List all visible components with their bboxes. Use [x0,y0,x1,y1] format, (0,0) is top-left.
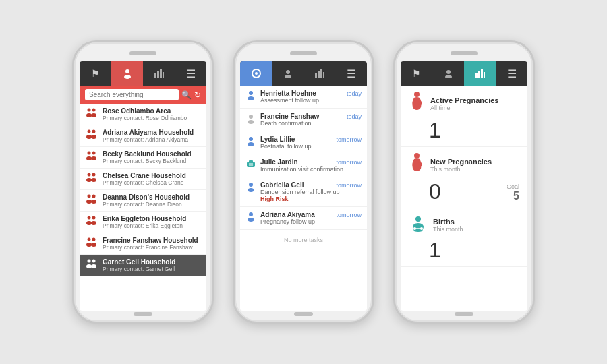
contact-item[interactable]: Rose Odhiambo Area Primary contact: Rose… [80,104,206,125]
contact-name: Deanna Dison's Household [103,193,201,201]
task-body: Julie Jardin tomorrow Immunization visit… [260,158,362,173]
stat-value-row: 0 Goal 5 [409,181,519,202]
household-icon [85,215,98,229]
svg-point-26 [88,216,91,220]
nav-tab-flag-3[interactable]: ⚑ [401,61,432,86]
nav-tab-flag-1[interactable]: ⚑ [80,61,111,86]
svg-point-29 [91,221,96,225]
svg-point-34 [88,260,91,263]
nav-tab-chart-2[interactable] [304,61,335,86]
contact-item[interactable]: Adriana Akiyama Household Primary contac… [80,125,206,147]
svg-point-35 [92,260,96,263]
nav-tab-menu-1[interactable]: ☰ [175,61,206,86]
svg-point-20 [86,178,92,182]
svg-point-68 [414,153,420,158]
task-desc: Pregnancy follow up [260,218,362,225]
contact-sub: Primary contact: Becky Backlund [103,158,201,164]
phone-1-nav: ⚑ ☰ [80,61,206,86]
household-icon [85,193,98,208]
stat-number: 1 [429,119,441,141]
contact-sub: Primary contact: Adriana Akiyama [103,136,201,143]
task-desc: Assessment follow up [260,97,362,104]
task-item[interactable]: Henrietta Hoehne today Assessment follow… [240,86,367,109]
svg-point-9 [91,113,96,117]
stat-title-block: New Pregnancies This month [430,158,492,173]
task-desc: Postnatal follow up [260,143,362,150]
stat-title: Active Pregnancies [430,96,499,104]
stat-title: Births [433,218,463,226]
svg-rect-4 [160,69,162,78]
contact-name: Francine Fanshaw Household [103,237,201,244]
contact-item[interactable]: Francine Fanshaw Household Primary conta… [80,233,206,255]
stat-block: New Pregnancies This month 0 Goal 5 [401,147,527,208]
stat-block: Births This month 1 [401,208,527,267]
contact-text: Becky Backlund Household Primary contact… [103,150,201,164]
stat-number: 0 [429,181,441,202]
task-item[interactable]: Lydia Lillie tomorrow Postnatal follow u… [240,131,367,154]
task-item[interactable]: Adriana Akiyama tomorrow Pregnancy follo… [240,207,367,230]
contact-item[interactable]: Deanna Dison's Household Primary contact… [80,190,206,212]
nav-tab-person-3[interactable] [432,61,464,86]
stat-goal-value: 5 [507,190,519,202]
search-icon[interactable]: 🔍 [181,90,192,100]
task-time: tomorrow [336,182,362,189]
contact-sub: Primary contact: Deanna Dison [103,201,201,208]
svg-rect-53 [249,160,253,162]
contact-item[interactable]: Chelsea Crane Household Primary contact:… [80,169,206,190]
contact-name: Erika Eggleton Household [103,215,201,222]
contact-item[interactable]: Becky Backlund Household Primary contact… [80,147,206,169]
nav-tab-person-2[interactable] [272,61,304,86]
stat-subtitle: This month [433,226,463,233]
svg-point-16 [86,156,92,160]
nav-tab-flag-2[interactable] [240,61,272,86]
svg-point-27 [92,216,96,220]
svg-point-14 [88,152,91,155]
nav-tab-menu-3[interactable]: ☰ [496,61,527,86]
tasks-list: Henrietta Hoehne today Assessment follow… [240,86,367,311]
phone-2-screen: ☰ Henrietta Hoehne today Assessment foll… [240,61,367,311]
svg-point-18 [88,173,91,177]
search-input[interactable] [85,89,179,100]
task-time: today [347,113,362,120]
task-time: tomorrow [336,136,362,143]
svg-rect-42 [315,73,317,78]
phone-2: ☰ Henrietta Hoehne today Assessment foll… [233,40,374,324]
stat-goal: Goal 5 [507,183,519,202]
task-name: Lydia Lillie [260,135,295,143]
refresh-icon[interactable]: ↻ [194,90,201,100]
svg-rect-45 [323,72,324,78]
contact-text: Chelsea Crane Household Primary contact:… [103,172,201,186]
svg-point-41 [285,75,291,78]
task-time: tomorrow [336,212,362,218]
phone-1: ⚑ ☰ [72,40,214,324]
task-item[interactable]: Gabriella Geil tomorrow Danger sign refe… [240,177,367,207]
nav-tab-chart-3[interactable] [464,61,496,86]
task-item[interactable]: Francine Fanshaw today Death confirmatio… [240,109,367,131]
nav-tab-chart-1[interactable] [143,61,175,86]
household-icon [85,107,98,121]
phone-2-nav: ☰ [240,61,367,86]
svg-rect-43 [318,71,320,78]
contact-text: Rose Odhiambo Area Primary contact: Rose… [103,107,201,121]
phone-3-screen: ⚑ ☰ [401,61,527,311]
contact-sub: Primary contact: Erika Eggleton [103,222,201,229]
contact-item[interactable]: Erika Eggleton Household Primary contact… [80,212,206,233]
svg-point-39 [255,72,258,75]
stat-subtitle: All time [430,104,499,111]
stat-goal-label: Goal [507,183,519,190]
stat-number: 1 [429,239,441,261]
task-person-icon [245,136,256,150]
task-item[interactable]: Julie Jardin tomorrow Immunization visit… [240,154,367,177]
nav-tab-menu-2[interactable]: ☰ [335,61,367,86]
phone-3: ⚑ ☰ [393,40,535,324]
household-icon [85,258,98,272]
svg-point-19 [92,173,96,177]
task-body: Francine Fanshaw today Death confirmatio… [260,113,362,127]
nav-tab-person-1[interactable] [111,61,143,86]
svg-point-50 [249,137,253,141]
stat-value-row: 1 [409,239,519,261]
svg-point-56 [249,183,253,187]
svg-rect-52 [247,162,255,167]
contact-item[interactable]: Garnet Geil Household Primary contact: G… [80,255,206,276]
contact-text: Francine Fanshaw Household Primary conta… [103,237,201,251]
